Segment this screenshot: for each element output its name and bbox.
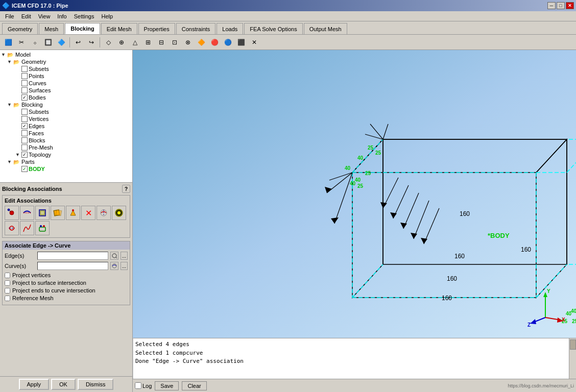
- tree-blk-premesh[interactable]: Pre-Mesh: [1, 144, 131, 151]
- tree-check-geo-surfaces[interactable]: [21, 87, 28, 93]
- tree-check-blk-edges[interactable]: ✓: [21, 123, 28, 129]
- tree-blk-vertices[interactable]: Vertices: [1, 115, 131, 122]
- tab-output-mesh[interactable]: Output Mesh: [304, 23, 347, 34]
- menu-file[interactable]: File: [2, 12, 17, 20]
- edge-more-btn[interactable]: ...: [121, 252, 128, 260]
- toolbar-btn-10[interactable]: △: [129, 36, 141, 48]
- reference-mesh-check[interactable]: [5, 296, 10, 301]
- tree-body[interactable]: ✓ BODY: [1, 165, 131, 173]
- log-check[interactable]: [135, 382, 141, 389]
- title-bar-controls[interactable]: ─ □ ✕: [547, 2, 574, 9]
- toolbar-btn-12[interactable]: ⊟: [155, 36, 167, 48]
- tree-geo-subsets[interactable]: Subsets: [1, 65, 131, 72]
- curve-select-btn[interactable]: [110, 262, 118, 270]
- toolbar-btn-8[interactable]: ◇: [102, 36, 114, 48]
- assoc-icon-7[interactable]: [97, 206, 111, 220]
- tree-geo-points[interactable]: Points: [1, 72, 131, 80]
- project-ends-check[interactable]: [5, 288, 10, 293]
- menu-view[interactable]: View: [35, 12, 54, 20]
- help-icon[interactable]: ?: [122, 185, 130, 193]
- apply-button[interactable]: Apply: [19, 379, 50, 390]
- ok-button[interactable]: OK: [51, 379, 76, 390]
- tree-check-geo-bodies[interactable]: ✓: [21, 94, 28, 101]
- tree-expand-geometry[interactable]: ▼: [7, 59, 13, 64]
- curve-more-btn[interactable]: ...: [121, 262, 128, 270]
- menu-info[interactable]: Info: [54, 12, 69, 20]
- tree-check-geo-subsets[interactable]: [21, 66, 28, 72]
- status-scrollbar[interactable]: [569, 338, 576, 379]
- tab-blocking[interactable]: Blocking: [65, 23, 100, 34]
- edge-input[interactable]: [37, 252, 108, 260]
- tree-view[interactable]: ▼ 📂 Model ▼ 📂 Geometry Subsets: [0, 50, 132, 183]
- curve-input[interactable]: [37, 262, 108, 270]
- toolbar-btn-4[interactable]: 🔲: [42, 36, 54, 48]
- tree-blk-faces[interactable]: Faces: [1, 130, 131, 137]
- toolbar-btn-14[interactable]: ⊗: [182, 36, 194, 48]
- tab-geometry[interactable]: Geometry: [2, 23, 38, 34]
- save-button[interactable]: Save: [155, 381, 179, 390]
- menu-settings[interactable]: Settings: [71, 12, 98, 20]
- project-surface-check[interactable]: [5, 280, 10, 286]
- tab-constraints[interactable]: Constraints: [176, 23, 216, 34]
- assoc-icon-8[interactable]: [112, 206, 126, 220]
- maximize-button[interactable]: □: [557, 2, 565, 9]
- tree-model[interactable]: ▼ 📂 Model: [1, 51, 131, 58]
- close-button[interactable]: ✕: [566, 2, 574, 9]
- toolbar-btn-6[interactable]: ↩: [72, 36, 84, 48]
- assoc-icon-6[interactable]: ✕: [81, 206, 95, 220]
- canvas-area[interactable]: ANSYS R17.0: [133, 50, 576, 338]
- tree-geometry[interactable]: ▼ 📂 Geometry: [1, 58, 131, 65]
- viewport[interactable]: ANSYS R17.0: [133, 50, 576, 392]
- tree-check-blk-subsets[interactable]: [21, 109, 28, 115]
- tree-blk-topology[interactable]: ▼ ✓ Topology: [1, 151, 131, 158]
- tree-check-blk-blocks[interactable]: [21, 137, 28, 143]
- assoc-icon-10[interactable]: [20, 221, 34, 235]
- tree-expand-blocking[interactable]: ▼: [7, 102, 13, 107]
- tree-check-body[interactable]: ✓: [21, 166, 28, 172]
- tab-fea-solve[interactable]: FEA Solve Options: [244, 23, 302, 34]
- tab-edit-mesh[interactable]: Edit Mesh: [101, 23, 137, 34]
- toolbar-btn-9[interactable]: ⊕: [115, 36, 128, 48]
- assoc-icon-9[interactable]: [5, 221, 19, 235]
- tree-parts[interactable]: ▼ 📂 Parts: [1, 158, 131, 165]
- minimize-button[interactable]: ─: [547, 2, 556, 9]
- toolbar-btn-17[interactable]: 🔵: [222, 36, 234, 48]
- assoc-icon-3[interactable]: [35, 206, 50, 220]
- tree-blk-edges[interactable]: ✓ Edges: [1, 122, 131, 130]
- tree-expand-parts[interactable]: ▼: [7, 159, 13, 164]
- tree-geo-curves[interactable]: Curves: [1, 80, 131, 87]
- tree-geo-bodies[interactable]: ✓ Bodies: [1, 94, 131, 101]
- model-3d[interactable]: 40 25 25 40 25 40 25 40 40 25 25 40 25 2…: [133, 50, 576, 338]
- toolbar-btn-3[interactable]: ⬦: [29, 36, 41, 48]
- tree-check-blk-vertices[interactable]: [21, 116, 28, 122]
- menu-edit[interactable]: Edit: [18, 12, 34, 20]
- tree-check-geo-curves[interactable]: [21, 80, 28, 86]
- toolbar-btn-16[interactable]: 🔴: [208, 36, 221, 48]
- toolbar-btn-15[interactable]: 🔶: [195, 36, 207, 48]
- tree-check-blk-topology[interactable]: ✓: [21, 152, 28, 158]
- tree-expand-model[interactable]: ▼: [1, 52, 7, 57]
- tree-blk-blocks[interactable]: Blocks: [1, 137, 131, 144]
- toolbar-btn-18[interactable]: ⬛: [235, 36, 247, 48]
- toolbar-btn-19[interactable]: ✕: [248, 36, 260, 48]
- toolbar-btn-2[interactable]: ✂: [15, 36, 28, 48]
- tree-blocking[interactable]: ▼ 📂 Blocking: [1, 101, 131, 108]
- assoc-icon-5[interactable]: [66, 206, 80, 220]
- dismiss-button[interactable]: Dismiss: [78, 379, 114, 390]
- tree-check-blk-faces[interactable]: [21, 130, 28, 136]
- tree-check-geo-points[interactable]: [21, 73, 28, 79]
- toolbar-btn-5[interactable]: 🔷: [55, 36, 67, 48]
- assoc-icon-11[interactable]: [35, 221, 50, 235]
- menu-help[interactable]: Help: [98, 12, 116, 20]
- toolbar-btn-1[interactable]: 🟦: [2, 36, 14, 48]
- tree-geo-surfaces[interactable]: Surfaces: [1, 87, 131, 94]
- toolbar-btn-7[interactable]: ↪: [85, 36, 98, 48]
- toolbar-btn-13[interactable]: ⊡: [169, 36, 181, 48]
- project-vertices-check[interactable]: [5, 273, 10, 278]
- assoc-icon-1[interactable]: [5, 206, 19, 220]
- tab-properties[interactable]: Properties: [138, 23, 175, 34]
- tab-mesh[interactable]: Mesh: [39, 23, 64, 34]
- toolbar-btn-11[interactable]: ⊞: [142, 36, 154, 48]
- assoc-icon-4[interactable]: [51, 206, 65, 220]
- edge-select-btn[interactable]: [110, 252, 118, 260]
